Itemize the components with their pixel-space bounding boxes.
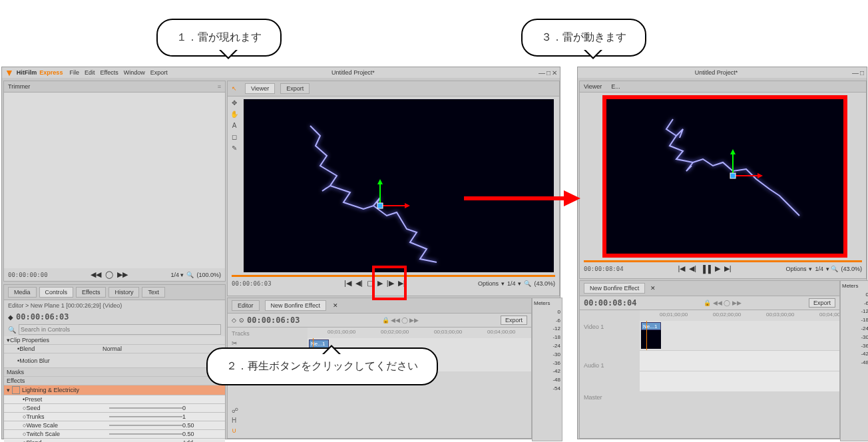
timeline-timecode-2: 00:00:08:04 <box>584 298 636 308</box>
tab-bonfire-2[interactable]: New Bonfire Effect <box>584 283 645 294</box>
keyframe-icon[interactable]: ◆ <box>8 314 13 321</box>
controls-panel: Media Controls Effects History Text Edit… <box>3 284 226 439</box>
menu-window[interactable]: Window <box>124 69 145 76</box>
timeline-ruler-2[interactable]: 00;01;00;00 00;02;00;00 00;03;00;00 00;0… <box>640 310 839 321</box>
step-back-icon[interactable]: ◀| <box>355 279 363 288</box>
app-logo: ▼HitFilm Express <box>5 67 63 78</box>
magnet-tool-icon[interactable]: ∪ <box>232 427 238 434</box>
pause-icon[interactable]: ▐▐ <box>700 265 711 273</box>
keyframe-icon[interactable]: ◇ <box>232 317 236 324</box>
close-icon[interactable]: ✕ <box>552 69 557 77</box>
logo-icon: ▼ <box>5 67 14 78</box>
video-clip-2[interactable]: Ne...1 <box>641 322 661 330</box>
tab-viewer-2[interactable]: Viewer <box>584 83 602 90</box>
trimmer-playbar: 00:00:00:00 ◀◀ ◯ ▶▶ 1/4 ▾ 🔍 (100.0%) <box>4 268 225 281</box>
svg-rect-9 <box>730 173 736 178</box>
tl-start-icon[interactable]: ◀◀ <box>391 317 400 324</box>
loop-icon[interactable]: ◯ <box>105 270 113 279</box>
playhead-2[interactable] <box>646 321 647 350</box>
zoom-icon[interactable]: 🔍 <box>186 272 194 278</box>
minimize-icon[interactable]: — <box>852 69 859 77</box>
close-tab-icon[interactable]: ✕ <box>333 302 338 309</box>
tc-start: 00:00:06:03 <box>232 280 272 287</box>
svg-marker-6 <box>730 149 736 154</box>
master-track-label: Master <box>580 391 640 403</box>
next-icon[interactable]: ▶▶ <box>117 270 128 279</box>
tab-text[interactable]: Text <box>142 287 165 298</box>
tab-editor[interactable]: Editor <box>232 300 260 311</box>
meters-title: Meters <box>534 300 560 308</box>
svg-marker-1 <box>377 179 383 184</box>
tab-viewer[interactable]: Viewer <box>245 83 275 94</box>
svg-marker-3 <box>405 203 410 208</box>
clip-thumb <box>641 330 661 349</box>
minimize-icon[interactable]: — <box>539 69 545 77</box>
viewer-panel-2: ViewerE... 00:00:08:04 |◀ ◀| ▐▐ ▶ ▶| Opt… <box>579 81 867 279</box>
goto-start-icon[interactable]: |◀ <box>344 279 351 288</box>
audio-track-area[interactable] <box>640 350 839 371</box>
pen-tool-icon[interactable]: ✎ <box>232 144 237 152</box>
video-track-label: Video 1 <box>580 321 640 333</box>
svg-marker-8 <box>758 173 763 178</box>
step-back-icon[interactable]: ◀| <box>689 264 696 273</box>
play-icon[interactable]: ▶ <box>715 264 720 273</box>
maximize-icon[interactable]: □ <box>860 69 864 77</box>
axis-gizmo[interactable] <box>373 179 420 227</box>
callout-1: １．雷が現れます <box>156 19 282 57</box>
tab-bonfire[interactable]: New Bonfire Effect <box>265 300 326 311</box>
snap-tool-icon[interactable]: H <box>232 417 238 424</box>
menu-export[interactable]: Export <box>150 69 168 76</box>
tab-media[interactable]: Media <box>8 287 37 298</box>
tc-start-2: 00:00:08:04 <box>584 266 624 272</box>
tab-effects[interactable]: Effects <box>76 287 106 298</box>
meters-panel-2: Meters 0 -6 -12 -18 -24 -30 -36 -42 -48 <box>840 280 868 441</box>
red-highlight-play <box>372 266 407 300</box>
tab-history[interactable]: History <box>108 287 139 298</box>
lock-icon[interactable]: 🔒 <box>382 317 389 324</box>
trimmer-panel: Trimmer≡ 00:00:00:00 ◀◀ ◯ ▶▶ 1/4 ▾ 🔍 (10… <box>3 81 226 282</box>
goto-end-icon[interactable]: ▶| <box>724 264 732 273</box>
timeline-timecode: 00:00:06:03 <box>247 316 300 325</box>
trimmer-area <box>4 93 225 268</box>
second-window: Untitled Project* —□ ViewerE... 00:00:08… <box>577 67 867 439</box>
menu-file[interactable]: File <box>69 69 79 76</box>
export-button-2[interactable]: Export <box>809 298 835 308</box>
titlebar-2: Untitled Project* —□ <box>578 67 867 78</box>
search-icon: 🔍 <box>8 326 16 333</box>
tl-loop-icon[interactable]: ◯ <box>401 317 408 324</box>
timer-icon[interactable]: ⊙ <box>239 317 244 324</box>
prev-icon[interactable]: ◀◀ <box>91 270 101 279</box>
svg-marker-11 <box>564 190 580 206</box>
search-input[interactable] <box>19 324 221 335</box>
export-button[interactable]: Export <box>501 316 527 325</box>
tab-export[interactable]: Export <box>280 83 310 94</box>
project-title-2: Untitled Project* <box>695 69 738 76</box>
callout-2: ２．再生ボタンをクリックしてください <box>206 347 438 385</box>
options-label[interactable]: Options <box>478 280 499 287</box>
tl-end-icon[interactable]: ▶▶ <box>409 317 419 324</box>
viewer-canvas[interactable] <box>244 99 554 272</box>
mask-tool-icon[interactable]: ◻ <box>232 133 237 140</box>
viewer-canvas-2[interactable] <box>602 95 847 258</box>
audio-track-label: Audio 1 <box>580 359 640 371</box>
red-arrow <box>464 188 580 210</box>
tab-controls[interactable]: Controls <box>39 287 74 298</box>
titlebar: ▼HitFilm Express File Edit Effects Windo… <box>2 67 560 78</box>
zoom-icon[interactable]: 🔍 <box>524 280 531 287</box>
goto-start-icon[interactable]: |◀ <box>678 264 685 273</box>
maximize-icon[interactable]: □ <box>546 69 550 77</box>
axis-gizmo-2[interactable] <box>726 149 773 197</box>
project-title: Untitled Project* <box>331 69 375 76</box>
link-tool-icon[interactable]: ☍ <box>232 407 238 414</box>
menu-effects[interactable]: Effects <box>100 69 118 76</box>
hand-tool-icon[interactable]: ✋ <box>230 110 238 118</box>
panel-menu-icon[interactable]: ≡ <box>218 83 221 90</box>
master-track-area[interactable] <box>640 371 839 391</box>
cut-tool-icon[interactable]: ✂ <box>232 339 308 347</box>
close-tab-icon[interactable]: ✕ <box>650 285 656 292</box>
text-tool-icon[interactable]: A <box>232 122 237 129</box>
arrow-tool-icon[interactable]: ↖ <box>232 85 237 92</box>
move-tool-icon[interactable]: ✥ <box>232 99 237 107</box>
timeline-ruler[interactable]: 00;01;00;00 00;02;00;00 00;03;00;00 00;0… <box>308 328 531 338</box>
menu-edit[interactable]: Edit <box>85 69 95 76</box>
